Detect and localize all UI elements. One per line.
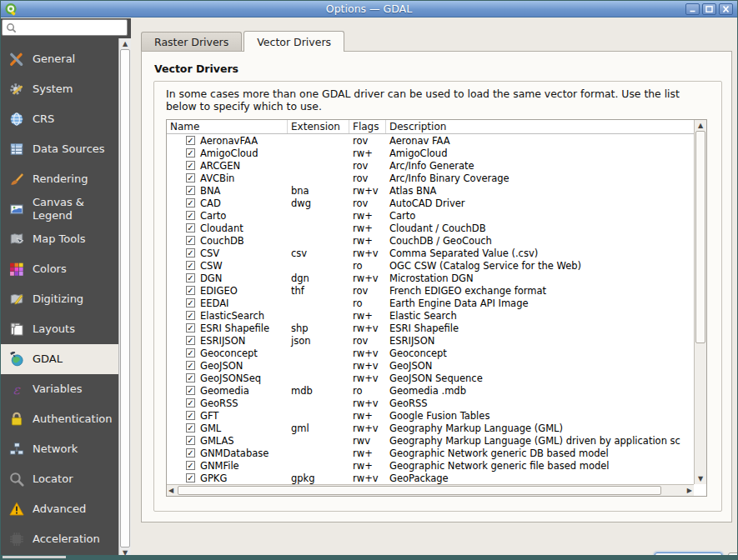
driver-checkbox[interactable] <box>186 398 195 408</box>
driver-checkbox[interactable] <box>186 223 195 232</box>
column-header-description[interactable]: Description <box>386 120 694 133</box>
driver-checkbox[interactable] <box>186 411 195 420</box>
table-row[interactable]: CAD dwg rov AutoCAD Driver <box>167 197 694 209</box>
driver-flags: rw+ <box>349 235 386 247</box>
sidebar-item-crs[interactable]: CRS <box>1 104 118 134</box>
table-row[interactable]: EDIGEO thf rov French EDIGEO exchange fo… <box>167 284 694 297</box>
table-row[interactable]: GNMDatabase rw+ Geographic Network gener… <box>167 447 694 459</box>
table-row[interactable]: Geoconcept rw+v Geoconcept <box>167 347 694 359</box>
table-row[interactable]: Cloudant rw+ Cloudant / CouchDB <box>167 222 694 234</box>
table-row[interactable]: Geomedia mdb ro Geomedia .mdb <box>167 384 694 397</box>
sidebar-item-general[interactable]: General <box>1 44 118 74</box>
table-vertical-scrollbar[interactable]: ▲ ▼ <box>694 120 706 484</box>
scrollbar-thumb[interactable] <box>695 131 705 343</box>
scrollbar-thumb[interactable] <box>120 49 130 548</box>
column-header-name[interactable]: Name <box>167 120 288 133</box>
driver-checkbox[interactable] <box>186 423 195 432</box>
sidebar-item-gdal[interactable]: GDAL <box>1 344 118 374</box>
scroll-down-icon[interactable]: ▼ <box>695 476 706 482</box>
table-row[interactable]: AVCBin rov Arc/Info Binary Coverage <box>167 172 694 184</box>
sidebar-item-acceleration[interactable]: Acceleration <box>1 524 118 554</box>
driver-checkbox[interactable] <box>186 273 195 282</box>
table-row[interactable]: CSV csv rw+v Comma Separated Value (.csv… <box>167 247 694 259</box>
table-row[interactable]: ESRIJSON json rov ESRIJSON <box>167 334 694 347</box>
column-header-flags[interactable]: Flags <box>349 120 386 133</box>
scrollbar-thumb[interactable] <box>178 486 661 495</box>
sidebar-item-advanced[interactable]: Advanced <box>1 494 118 524</box>
driver-checkbox[interactable] <box>186 161 195 170</box>
sidebar-item-data-sources[interactable]: Data Sources <box>1 134 118 164</box>
sidebar-item-variables[interactable]: ε Variables <box>1 374 118 404</box>
driver-checkbox[interactable] <box>186 236 195 245</box>
table-row[interactable]: GeoRSS rw+v GeoRSS <box>167 397 694 409</box>
title-bar[interactable]: Options — GDAL <box>1 1 737 18</box>
table-row[interactable]: GPKG gpkg rw+v GeoPackage <box>167 472 694 484</box>
scroll-left-icon[interactable]: ◀ <box>168 488 173 494</box>
driver-checkbox[interactable] <box>186 186 195 195</box>
table-row[interactable]: BNA bna rw+v Atlas BNA <box>167 184 694 197</box>
table-row[interactable]: GeoJSON rw+v GeoJSON <box>167 359 694 372</box>
driver-checkbox[interactable] <box>186 136 195 145</box>
driver-checkbox[interactable] <box>186 261 195 270</box>
sidebar-item-map-tools[interactable]: Map Tools <box>1 224 118 254</box>
sidebar-item-locator[interactable]: Locator <box>1 464 118 494</box>
driver-checkbox[interactable] <box>186 461 195 470</box>
table-row[interactable]: GFT rw+ Google Fusion Tables <box>167 409 694 422</box>
driver-checkbox[interactable] <box>186 173 195 182</box>
driver-checkbox[interactable] <box>186 148 195 158</box>
driver-checkbox[interactable] <box>186 386 195 395</box>
driver-checkbox[interactable] <box>186 373 195 382</box>
sidebar-item-system[interactable]: System <box>1 74 118 104</box>
driver-checkbox[interactable] <box>186 248 195 258</box>
sidebar-item-digitizing[interactable]: Digitizing <box>1 284 118 314</box>
search-input[interactable] <box>17 22 117 33</box>
table-row[interactable]: ElasticSearch rw+ Elastic Search <box>167 309 694 322</box>
table-row[interactable]: DGN dgn rw+v Microstation DGN <box>167 272 694 284</box>
driver-checkbox[interactable] <box>186 323 195 332</box>
resize-grip[interactable] <box>3 556 66 558</box>
driver-checkbox[interactable] <box>186 286 195 295</box>
sidebar-item-canvas-legend[interactable]: Canvas & Legend <box>1 194 118 224</box>
driver-checkbox[interactable] <box>186 198 195 208</box>
driver-checkbox[interactable] <box>186 348 195 358</box>
table-row[interactable]: AeronavFAA rov Aeronav FAA <box>167 134 694 147</box>
driver-checkbox[interactable] <box>186 311 195 320</box>
tab-raster-drivers[interactable]: Raster Drivers <box>141 32 242 51</box>
tab-vector-drivers[interactable]: Vector Drivers <box>243 31 344 52</box>
scroll-up-icon[interactable]: ▲ <box>119 41 131 48</box>
driver-checkbox[interactable] <box>186 436 195 445</box>
table-row[interactable]: ARCGEN rov Arc/Info Generate <box>167 159 694 172</box>
sidebar-item-authentication[interactable]: Authentication <box>1 404 118 434</box>
table-row[interactable]: GNMFile rw+ Geographic Network generic f… <box>167 459 694 472</box>
driver-checkbox[interactable] <box>186 336 195 345</box>
table-row[interactable]: Carto rw+ Carto <box>167 209 694 222</box>
driver-checkbox[interactable] <box>186 448 195 458</box>
table-row[interactable]: CSW ro OGC CSW (Catalog Service for the … <box>167 259 694 272</box>
driver-checkbox[interactable] <box>186 298 195 308</box>
scroll-up-icon[interactable]: ▲ <box>695 122 706 129</box>
table-row[interactable]: AmigoCloud rw+ AmigoCloud <box>167 147 694 159</box>
table-row[interactable]: ESRI Shapefile shp rw+v ESRI Shapefile <box>167 322 694 334</box>
minimize-button[interactable] <box>685 3 700 15</box>
table-row[interactable]: EEDAI ro Earth Engine Data API Image <box>167 297 694 309</box>
table-row[interactable]: GMLAS rwv Geography Markup Language (GML… <box>167 434 694 447</box>
group-title: Vector Drivers <box>154 62 238 75</box>
driver-checkbox[interactable] <box>186 473 195 482</box>
scroll-right-icon[interactable]: ▶ <box>687 488 692 494</box>
column-header-extension[interactable]: Extension <box>288 120 349 133</box>
sidebar-item-colors[interactable]: Colors <box>1 254 118 284</box>
sidebar-search[interactable] <box>2 19 128 36</box>
sidebar-scrollbar[interactable]: ▲ ▼ <box>118 38 131 559</box>
sidebar-item-network[interactable]: Network <box>1 434 118 464</box>
table-row[interactable]: GeoJSONSeq rw+v GeoJSON Sequence <box>167 372 694 384</box>
sidebar-item-rendering[interactable]: Rendering <box>1 164 118 194</box>
table-row[interactable]: CouchDB rw+ CouchDB / GeoCouch <box>167 234 694 247</box>
driver-checkbox[interactable] <box>186 211 195 220</box>
driver-description: ESRIJSON <box>386 335 694 347</box>
sidebar-item-layouts[interactable]: Layouts <box>1 314 118 344</box>
close-button[interactable] <box>719 3 733 15</box>
table-row[interactable]: GML gml rw+v Geography Markup Language (… <box>167 422 694 434</box>
table-horizontal-scrollbar[interactable]: ◀ ▶ <box>167 484 694 496</box>
driver-checkbox[interactable] <box>186 361 195 370</box>
maximize-button[interactable] <box>702 3 716 15</box>
